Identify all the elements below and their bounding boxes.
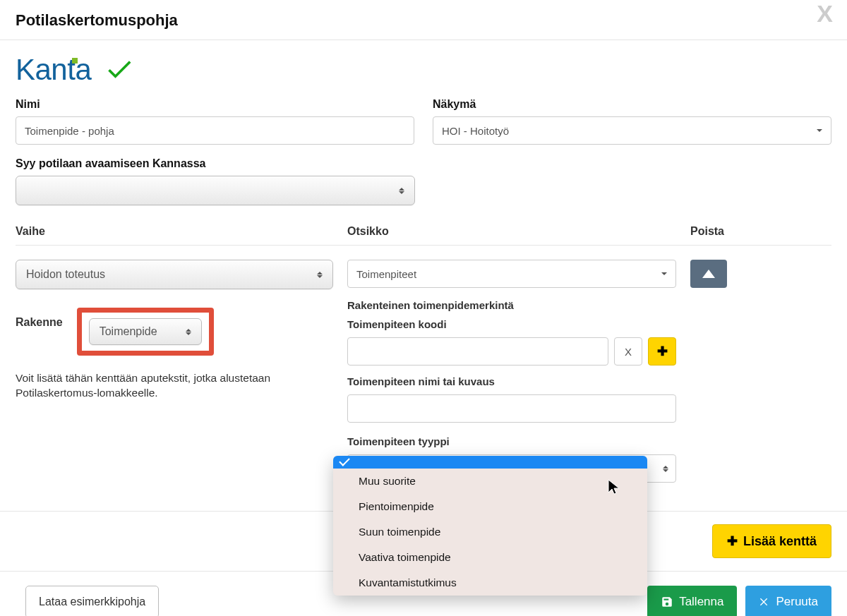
top-row: Nimi Näkymä HOI - Hoitotyö [16, 98, 831, 157]
clear-koodi-button[interactable]: X [614, 337, 642, 366]
koodi-input[interactable] [347, 337, 608, 366]
hint-text: Voit lisätä tähän kenttään aputekstit, j… [16, 371, 333, 401]
otsikko-value: Toimenpiteet [356, 268, 416, 280]
modal-root: Potilaskertomuspohja X Kanta Nimi Näkymä [0, 0, 847, 616]
dropdown-option[interactable]: Pientoimenpide [333, 494, 647, 519]
add-field-button[interactable]: ✚ Lisää kenttä [712, 524, 831, 558]
col-vaihe: Vaihe [16, 225, 333, 238]
plus-icon: ✚ [657, 344, 668, 359]
brand-row: Kanta [16, 53, 831, 87]
kanta-logo: Kanta [16, 53, 91, 87]
section-headers: Vaihe Otsikko Poista [16, 218, 831, 246]
modal-title: Potilaskertomuspohja [16, 11, 831, 30]
dropdown-option[interactable]: Muu suorite [333, 469, 647, 494]
tyyppi-wrap: Muu suorite Pientoimenpide Suun toimenpi… [347, 454, 676, 483]
highlight-box: Toimenpide [77, 308, 214, 356]
updown-icon [186, 329, 191, 335]
vaihe-value: Hoidon toteutus [26, 268, 105, 281]
sub-heading: Rakenteinen toimenpidemerkintä [347, 299, 676, 311]
syy-label: Syy potilaan avaamiseen Kannassa [16, 157, 415, 170]
rakenne-select[interactable]: Toimenpide [89, 318, 202, 345]
tyyppi-dropdown: Muu suorite Pientoimenpide Suun toimenpi… [333, 456, 647, 596]
otsikko-cell: Toimenpiteet Rakenteinen toimenpidemerki… [347, 260, 676, 483]
plus-icon: ✚ [727, 533, 738, 549]
save-icon [661, 596, 673, 608]
koodi-label: Toimenpiteen koodi [347, 318, 676, 330]
cancel-button[interactable]: Peruuta [745, 586, 831, 616]
nimi-input[interactable] [16, 116, 414, 145]
col-poista: Poista [690, 225, 831, 238]
modal-header: Potilaskertomuspohja X [0, 0, 847, 40]
add-field-label: Lisää kenttä [743, 534, 817, 549]
updown-icon [663, 466, 668, 472]
vaihe-cell: Hoidon toteutus Rakenne Toimenpide Voit … [16, 260, 333, 401]
move-up-button[interactable] [690, 260, 727, 288]
rakenne-label: Rakenne [16, 308, 63, 329]
nimi-label: Nimi [16, 98, 414, 111]
add-koodi-button[interactable]: ✚ [648, 337, 676, 366]
dropdown-option[interactable]: Kuvantamistutkimus [333, 570, 647, 596]
modal-body: Kanta Nimi Näkymä HOI - Hoitotyö [0, 40, 847, 483]
load-example-button[interactable]: Lataa esimerkkipohja [25, 586, 159, 616]
dropdown-option[interactable]: Vaativa toimenpide [333, 545, 647, 570]
nakyma-select[interactable]: HOI - Hoitotyö [433, 116, 831, 145]
section-body: Hoidon toteutus Rakenne Toimenpide Voit … [16, 246, 831, 483]
check-icon [104, 54, 135, 87]
updown-icon [399, 188, 404, 194]
dropdown-option[interactable]: Suun toimenpide [333, 519, 647, 545]
poista-cell [690, 260, 831, 288]
chevron-down-icon [817, 129, 822, 132]
triangle-up-icon [702, 270, 715, 278]
save-button[interactable]: Tallenna [647, 586, 737, 616]
close-icon [759, 596, 770, 608]
col-otsikko: Otsikko [347, 225, 676, 238]
nimi-kuvaus-input[interactable] [347, 394, 676, 423]
close-icon[interactable]: X [817, 1, 833, 25]
tyyppi-label: Toimenpiteen tyyppi [347, 435, 676, 447]
nimi-kuvaus-label: Toimenpiteen nimi tai kuvaus [347, 375, 676, 387]
updown-icon [317, 272, 323, 278]
rakenne-value: Toimenpide [100, 325, 157, 338]
nakyma-value: HOI - Hoitotyö [442, 125, 509, 137]
syy-select[interactable] [16, 176, 415, 205]
vaihe-select[interactable]: Hoidon toteutus [16, 260, 333, 289]
otsikko-select[interactable]: Toimenpiteet [347, 260, 676, 288]
dropdown-option-empty[interactable] [333, 456, 647, 469]
chevron-down-icon [661, 272, 667, 275]
nakyma-label: Näkymä [433, 98, 831, 111]
